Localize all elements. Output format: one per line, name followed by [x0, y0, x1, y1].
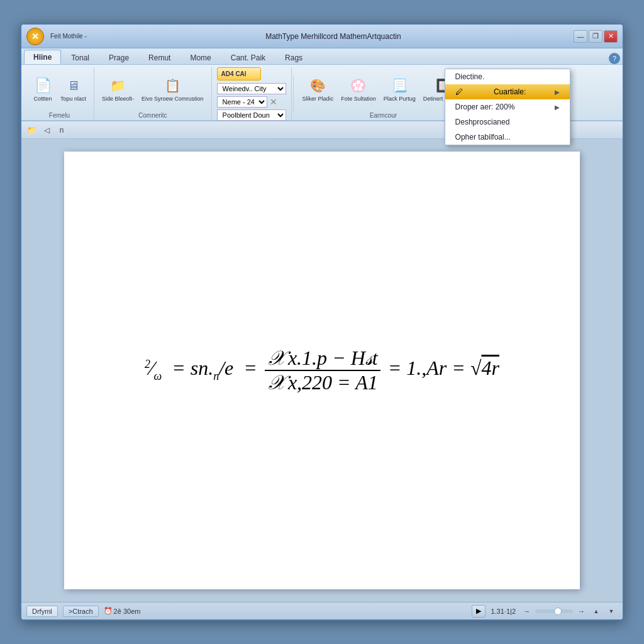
- plack-icon: 📃: [389, 75, 409, 96]
- ribbon-group-format: AD4 CAl Weinedv.. City Neme - 24 ✕: [212, 67, 292, 120]
- femelu-group-label: Femelu: [30, 111, 89, 120]
- font-controls: Weinedv.. City Neme - 24 ✕ Poolblent Dou…: [217, 83, 286, 121]
- font-size-row: Neme - 24 ✕: [217, 96, 286, 108]
- ribbon-separator: [293, 75, 294, 113]
- ad4-cal-button[interactable]: AD4 CAl: [217, 67, 261, 80]
- status-tab-drfyml[interactable]: Drfyml: [26, 606, 58, 617]
- eivo-syroew-button[interactable]: 📋 Eivo Syroew Comrustion: [139, 74, 206, 104]
- comneritc-buttons: 📁 Side Bleeolt- 📋 Eivo Syroew Comrustion: [99, 67, 206, 111]
- help-button[interactable]: ?: [609, 53, 620, 64]
- sliker-pladic-button[interactable]: 🎨 Sliker Pladic: [300, 74, 336, 104]
- menu-item-opher[interactable]: Opher tabilfoal...: [445, 130, 570, 145]
- tab-rags[interactable]: Rags: [275, 50, 312, 64]
- tab-hiine[interactable]: Hiine: [24, 50, 61, 64]
- title-bar: ✕ Feit Mothile - MathType Merhillcord Ma…: [21, 25, 623, 48]
- cuartiale-arrow: ▶: [555, 89, 560, 96]
- tab-remut[interactable]: Remut: [139, 50, 180, 64]
- tab-cant-paik[interactable]: Cant. Paik: [221, 50, 275, 64]
- restore-button[interactable]: ❐: [589, 30, 602, 43]
- topu-nlact-label: Topu nlact: [60, 96, 86, 103]
- eivo-syroew-label: Eivo Syroew Comrustion: [142, 96, 204, 103]
- quick-access-toolbar: Feit Mothile -: [49, 32, 88, 40]
- font-close-button[interactable]: ✕: [269, 96, 279, 108]
- status-right: ▶ 1.31·1|2 → → ▲ ▼: [472, 605, 618, 618]
- content-area: 📁 ◁ n 2⁄ω = sn.n/e = 𝒳 x.1.p − H𝓈t 𝒳 x,2…: [21, 121, 623, 602]
- document-page[interactable]: 2⁄ω = sn.n/e = 𝒳 x.1.p − H𝓈t 𝒳 x,220 = A…: [64, 152, 580, 589]
- opher-label: Opher tabilfoal...: [455, 133, 511, 142]
- zoom-slider-thumb: [554, 608, 562, 615]
- scroll-down[interactable]: ▼: [605, 605, 618, 618]
- app-logo: ✕: [26, 28, 44, 45]
- clipboard-icon: 📋: [162, 75, 182, 96]
- comneritc-group-label: Comneritc: [99, 111, 206, 120]
- side-bleeolt-button[interactable]: 📁 Side Bleeolt-: [99, 74, 136, 104]
- zoom-slider[interactable]: [535, 609, 573, 613]
- window-title: MathType Merhillcord MathemArtquactin: [93, 32, 574, 41]
- ad4-cal-label: AD4 CAl: [221, 70, 247, 77]
- status-tab-ctrach[interactable]: >Ctrach: [63, 606, 99, 617]
- font-extra-row: Poolblent Doun: [217, 109, 286, 121]
- zoom-arrow1: →: [521, 608, 533, 615]
- fote-sultation-button[interactable]: 💮 Fote Sultation: [338, 74, 379, 104]
- font-extra-select[interactable]: Poolblent Doun: [217, 109, 286, 121]
- deshproscianed-label: Deshproscianed: [455, 118, 510, 126]
- menu-item-deshproscianed[interactable]: Deshproscianed: [445, 114, 570, 130]
- dropdown-menu: Diectine. 🖊 Cuartiale: ▶ Droper aer: 200…: [445, 69, 570, 145]
- ribbon-group-comneritc: 📁 Side Bleeolt- 📋 Eivo Syroew Comrustion…: [94, 67, 212, 120]
- font-name-row: Weinedv.. City: [217, 83, 286, 94]
- back-button[interactable]: ◁: [40, 124, 53, 136]
- femelu-buttons: 📄 Cottten 🖥 Topu nlact: [30, 67, 89, 111]
- earmcour-buttons: 🎨 Sliker Pladic 💮 Fote Sultation 📃 Plack…: [300, 67, 467, 111]
- dropdown-overlay: Diectine. 🖊 Cuartiale: ▶ Droper aer: 200…: [445, 69, 570, 145]
- ribbon: 📄 Cottten 🖥 Topu nlact Femelu 📁 Side Ble…: [21, 65, 623, 121]
- status-clock-icon: ⏰: [104, 607, 113, 615]
- menu-item-cuartiale[interactable]: 🖊 Cuartiale: ▶: [445, 84, 570, 99]
- page-count-text: 1.31·1|2: [488, 608, 518, 615]
- cottten-label: Cottten: [33, 96, 52, 103]
- folder-toolbar-icon[interactable]: 📁: [25, 124, 38, 136]
- zoom-arrow2: →: [575, 608, 587, 615]
- menu-item-diectine[interactable]: Diectine.: [445, 69, 570, 84]
- main-window: ✕ Feit Mothile - MathType Merhillcord Ma…: [20, 23, 624, 621]
- document-area: 2⁄ω = sn.n/e = 𝒳 x.1.p − H𝓈t 𝒳 x,220 = A…: [21, 139, 623, 602]
- cuartiale-prefix: 🖊: [455, 87, 463, 96]
- tab-mome[interactable]: Mome: [180, 50, 220, 64]
- tab-tonal[interactable]: Tonal: [62, 50, 99, 64]
- format-content: AD4 CAl Weinedv.. City Neme - 24 ✕: [217, 67, 286, 121]
- fote-icon: 💮: [348, 75, 369, 96]
- quick-access-label: Feit Mothile -: [49, 32, 88, 40]
- diectine-label: Diectine.: [455, 72, 485, 81]
- cottten-button[interactable]: 📄 Cottten: [30, 74, 55, 104]
- media-button[interactable]: ▶: [472, 605, 486, 618]
- page-indicator: n: [55, 124, 68, 136]
- sliker-label: Sliker Pladic: [303, 96, 334, 103]
- tab-prage[interactable]: Prage: [99, 50, 138, 64]
- ribbon-group-femelu: 📄 Cottten 🖥 Topu nlact Femelu: [25, 67, 94, 120]
- fote-label: Fote Sultation: [341, 96, 376, 103]
- sliker-icon: 🎨: [308, 75, 328, 96]
- math-formula: 2⁄ω = sn.n/e = 𝒳 x.1.p − H𝓈t 𝒳 x,220 = A…: [145, 347, 499, 394]
- cuartiale-label: Cuartiale:: [494, 87, 526, 96]
- minimize-button[interactable]: —: [574, 30, 587, 43]
- font-size-select[interactable]: Neme - 24: [217, 96, 267, 108]
- document-icon: 📄: [33, 75, 53, 96]
- scroll-up[interactable]: ▲: [590, 605, 602, 618]
- menu-item-droper[interactable]: Droper aer: 200% ▶: [445, 99, 570, 114]
- status-info: ⏰ 2ê 30em: [104, 607, 141, 615]
- earmcour-group-label: Earmcour: [300, 111, 467, 120]
- droper-arrow: ▶: [555, 104, 560, 111]
- ribbon-tab-bar: Hiine Tonal Prage Remut Mome Cant. Paik …: [21, 48, 623, 65]
- plack-purtug-button[interactable]: 📃 Plack Purtug: [381, 74, 418, 104]
- window-controls: — ❐ ✕: [574, 30, 618, 43]
- folder-icon: 📁: [108, 75, 128, 96]
- status-info-text: 2ê 30em: [114, 608, 141, 615]
- plack-label: Plack Purtug: [384, 96, 416, 103]
- font-name-select[interactable]: Weinedv.. City: [217, 83, 286, 94]
- droper-label: Droper aer: 200%: [455, 103, 515, 111]
- side-bleeolt-label: Side Bleeolt-: [102, 96, 134, 103]
- status-bar: Drfyml >Ctrach ⏰ 2ê 30em ▶ 1.31·1|2 → → …: [21, 602, 623, 619]
- close-button[interactable]: ✕: [604, 30, 618, 43]
- topu-nlact-button[interactable]: 🖥 Topu nlact: [58, 74, 89, 104]
- monitor-icon: 🖥: [64, 75, 84, 96]
